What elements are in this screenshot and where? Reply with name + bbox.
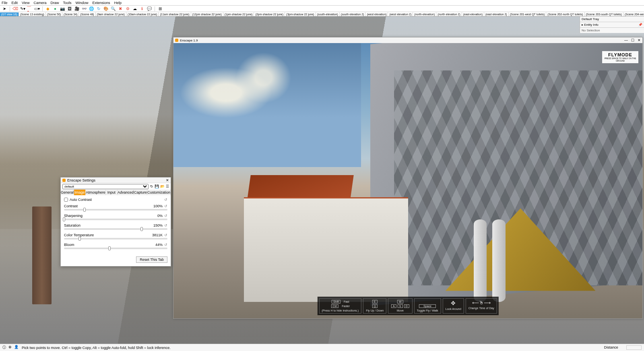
preset-refresh-icon[interactable]: ↻ [150, 184, 153, 188]
tab-atmosphere[interactable]: Atmosphere [86, 190, 106, 195]
preset-select[interactable]: default [62, 184, 149, 189]
scene-tab[interactable]: (Scene 34) [62, 12, 79, 16]
enscape-upload-icon[interactable]: ☁ [132, 6, 138, 12]
pencil-icon[interactable]: ✎▾ [20, 6, 25, 12]
scene-tab[interactable]: (east elevation 2) [484, 12, 509, 16]
minimize-icon[interactable]: — [624, 38, 628, 42]
settings-tabs: General Image Atmosphere Input Advanced … [61, 190, 171, 195]
scene-tab[interactable]: (south elevation 2) [340, 12, 366, 16]
scene-tab[interactable]: (Scene 48) [79, 12, 95, 16]
auto-contrast-checkbox[interactable]: Auto Contrast ↺ [64, 198, 167, 202]
close-icon[interactable]: ✕ [166, 178, 169, 182]
curve-icon[interactable]: 〰▾ [27, 6, 33, 12]
saturation-slider[interactable] [64, 228, 167, 230]
hud-speed: ShiftFast CtrlFaster (Press H to hide in… [319, 298, 361, 314]
eraser-icon[interactable]: ⌫ [12, 6, 18, 12]
color-temp-slider[interactable] [64, 238, 167, 240]
enscape-screenshot-icon[interactable]: 🖼 [67, 6, 72, 12]
reset-icon[interactable]: ↺ [164, 214, 167, 218]
scene-tab[interactable]: (Scene 201-west QT toilets) [509, 12, 547, 16]
scene-tab[interactable]: (9am shadow 22 june) [96, 12, 126, 16]
hud-hint: (Press H to hide instructions.) [322, 309, 359, 312]
tab-image[interactable]: Image [74, 190, 86, 195]
enscape-settings-icon[interactable]: ⚙ [125, 6, 130, 12]
pin-icon[interactable]: 📌 [638, 23, 642, 27]
enscape-web-icon[interactable]: 🌐 [89, 6, 94, 12]
tab-general[interactable]: General [61, 190, 74, 195]
scene-tab[interactable]: (west elevation 2) [388, 12, 413, 16]
scene-tab[interactable]: (north-elevation) [413, 12, 436, 16]
enscape-live-icon[interactable]: ● [52, 6, 58, 12]
status-user-icon[interactable]: 👤 [14, 345, 19, 350]
enscape-start-icon[interactable]: ◆ [45, 6, 51, 12]
preset-more-icon[interactable]: ☰ [166, 184, 169, 188]
enscape-refresh-icon[interactable]: ↻ [96, 6, 101, 12]
sharpening-slider[interactable] [64, 219, 167, 220]
enscape-vr-icon[interactable]: 👓 [81, 6, 87, 12]
enscape-zoom-icon[interactable]: 🔍 [110, 6, 116, 12]
tray-title[interactable]: Default Tray [580, 17, 644, 22]
auto-contrast-input[interactable] [64, 198, 68, 202]
enscape-views-icon[interactable]: 📷 [60, 6, 65, 12]
scene-tab[interactable]: (10am-shadow 22 june) [126, 12, 159, 16]
reset-tab-button[interactable]: Reset This Tab [136, 256, 167, 263]
menu-edit[interactable]: Edit [12, 1, 18, 5]
scene-tab[interactable]: (3pm-shadow 22 june) [285, 12, 316, 16]
preset-save-icon[interactable]: 💾 [155, 184, 159, 188]
enscape-titlebar[interactable]: Enscape 1.9 — ☐ ✕ [173, 37, 642, 43]
reset-icon[interactable]: ↺ [164, 243, 167, 247]
preset-open-icon[interactable]: 📂 [160, 184, 165, 188]
scene-tab[interactable]: (east-elevation) [462, 12, 484, 16]
scene-tab[interactable]: (north elevation 2) [436, 12, 462, 16]
menu-extensions[interactable]: Extensions [92, 1, 110, 5]
reset-icon[interactable]: ↺ [164, 223, 167, 227]
menu-tools[interactable]: Tools [63, 1, 71, 5]
select-icon[interactable]: ➤ [2, 6, 7, 12]
menu-draw[interactable]: Draw [50, 1, 59, 5]
scene-tab[interactable]: (Scene 50) [46, 12, 62, 16]
settings-titlebar[interactable]: Enscape Settings ✕ [61, 178, 171, 183]
reset-icon[interactable]: ↺ [164, 198, 167, 202]
close-icon[interactable]: ✕ [638, 38, 641, 42]
scene-tab[interactable]: (Scene 202-north QT toilets) [546, 12, 584, 16]
bloom-slider[interactable] [64, 248, 167, 249]
enscape-materials-icon[interactable]: 🎨 [103, 6, 109, 12]
menu-camera[interactable]: Camera [33, 1, 46, 5]
settings-body: Auto Contrast ↺ Contrast100%↺ Sharpening… [61, 195, 171, 255]
enscape-cancel-icon[interactable]: ✖ [118, 6, 123, 12]
tab-customization[interactable]: Customization [147, 190, 171, 195]
scene-tab[interactable]: (2pm-shadow 22 june) [254, 12, 285, 16]
scene-tab[interactable]: (11am shadow 22 june) [159, 12, 191, 16]
measurement-input[interactable] [626, 345, 642, 350]
scene-tab[interactable]: (1pm-shadow 22 june) [223, 12, 254, 16]
scene-tabs: (GT view 16) (Scene 13 existing) (Scene … [0, 12, 644, 17]
maximize-icon[interactable]: ☐ [631, 38, 634, 42]
tab-input[interactable]: Input [106, 190, 118, 195]
menu-help[interactable]: Help [114, 1, 122, 5]
enscape-settings-dialog: Enscape Settings ✕ default ↻ 💾 📂 ☰ Gener… [60, 177, 171, 266]
enscape-video-icon[interactable]: 🎥 [74, 6, 80, 12]
tab-advanced[interactable]: Advanced [118, 190, 134, 195]
menu-window[interactable]: Window [75, 1, 88, 5]
scene-tab[interactable]: (Scene 204-west QT toilets) [623, 12, 644, 16]
scene-tab[interactable]: (GT view 16) [0, 12, 19, 16]
enscape-info-icon[interactable]: ℹ [139, 6, 145, 12]
shape-icon[interactable]: ▭▾ [34, 6, 40, 12]
status-geo-icon[interactable]: ⊕ [8, 345, 12, 350]
render-sky [173, 43, 361, 167]
reset-icon[interactable]: ↺ [164, 233, 167, 237]
scene-tab[interactable]: (south-elevation) [316, 12, 340, 16]
status-help-icon[interactable]: ⓘ [2, 345, 6, 350]
contrast-slider[interactable] [64, 209, 167, 211]
scene-tab[interactable]: (Scene 203-south QT toilets) [585, 12, 623, 16]
enscape-render-viewport[interactable]: FLYMODE PRESS SPACE TO WALK ON THE GROUN… [173, 43, 642, 318]
reset-icon[interactable]: ↺ [164, 204, 167, 208]
menu-file[interactable]: File [2, 1, 8, 5]
extension-icon[interactable]: ⊞ [157, 6, 163, 12]
entity-info-header[interactable]: ▸ Entity Info 📌 [580, 22, 644, 28]
scene-tab[interactable]: (west elevation) [365, 12, 388, 16]
enscape-feedback-icon[interactable]: 💬 [147, 6, 152, 12]
tab-capture[interactable]: Capture [134, 190, 147, 195]
scene-tab[interactable]: (Scene 13 existing) [19, 12, 46, 16]
scene-tab[interactable]: (12pm shadow 22 june) [191, 12, 223, 16]
